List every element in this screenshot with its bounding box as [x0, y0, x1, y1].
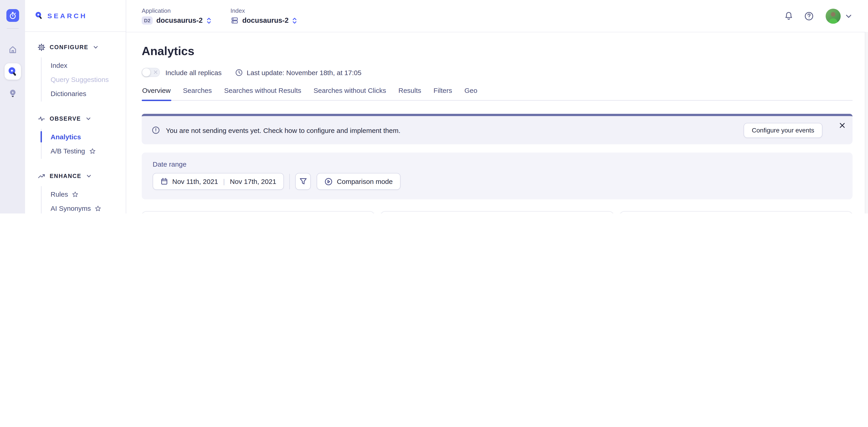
product-logo-text: SEARCH	[48, 12, 87, 20]
date-range-label: Date range	[153, 160, 842, 168]
last-update: Last update: November 18th, at 17:05	[235, 68, 362, 76]
section-header-configure[interactable]: CONFIGURE	[38, 44, 126, 51]
trending-up-icon	[38, 172, 45, 180]
last-update-text: Last update: November 18th, at 17:05	[247, 68, 362, 76]
tab-filters[interactable]: Filters	[433, 87, 453, 100]
lightbulb-icon	[8, 89, 17, 98]
tab-geo[interactable]: Geo	[464, 87, 478, 100]
gear-icon	[38, 44, 45, 51]
stepper-icon	[206, 17, 211, 24]
rail-search-button[interactable]	[4, 63, 21, 80]
application-value: docusaurus-2	[156, 17, 203, 25]
index-label: Index	[230, 7, 297, 14]
tab-overview[interactable]: Overview	[142, 87, 171, 100]
sidebar-item-rules[interactable]: Rules	[41, 187, 126, 201]
card-total-users: Total Users 1,148	[142, 211, 375, 214]
section-label: OBSERVE	[50, 116, 81, 122]
sidebar-item-query-suggestions[interactable]: Query Suggestions	[41, 72, 126, 87]
sidebar-item-analytics[interactable]: Analytics	[41, 130, 126, 144]
star-icon[interactable]	[95, 205, 101, 211]
date-separator: |	[223, 177, 225, 185]
index-selector[interactable]: Index docusaurus-2	[230, 7, 297, 25]
nav-items-observe: Analytics A/B Testing	[41, 129, 126, 159]
play-circle-icon	[324, 177, 333, 186]
icon-rail	[0, 0, 25, 214]
chevron-down-icon	[86, 173, 91, 179]
sidebar-nav: CONFIGURE Index Query Suggestions Dictio…	[25, 32, 126, 214]
date-range-picker[interactable]: Nov 11th, 2021 | Nov 17th, 2021	[153, 173, 284, 190]
sidebar-item-label: A/B Testing	[51, 147, 85, 155]
sidebar-item-label: AI Synonyms	[51, 204, 91, 212]
section-header-observe[interactable]: OBSERVE	[38, 115, 126, 123]
sidebar-item-index[interactable]: Index	[41, 58, 126, 72]
tab-results[interactable]: Results	[398, 87, 422, 100]
stepper-icon	[292, 17, 297, 24]
toggle-off-x-icon	[154, 70, 158, 74]
filter-button[interactable]	[296, 173, 311, 190]
calendar-icon	[160, 177, 168, 185]
section-label: ENHANCE	[50, 173, 81, 179]
nav-items-configure: Index Query Suggestions Dictionaries	[41, 57, 126, 101]
search-icon	[8, 67, 17, 76]
configure-events-button[interactable]: Configure your events	[744, 123, 823, 138]
main-area: Application D2 docusaurus-2 Index	[126, 0, 868, 214]
date-controls: Nov 11th, 2021 | Nov 17th, 2021	[153, 173, 842, 190]
sidebar-item-dictionaries[interactable]: Dictionaries	[41, 87, 126, 101]
close-icon[interactable]	[839, 122, 846, 129]
star-icon[interactable]	[72, 191, 79, 197]
banner-message: You are not sending events yet. Check ho…	[166, 126, 401, 134]
sidebar-item-ab-testing[interactable]: A/B Testing	[41, 144, 126, 158]
home-icon	[8, 45, 17, 54]
stopwatch-icon	[8, 11, 17, 20]
nav-section-enhance: ENHANCE Rules AI Synonyms AI R	[38, 172, 126, 214]
tab-searches-without-results[interactable]: Searches without Results	[224, 87, 302, 100]
rail-divider	[7, 28, 19, 29]
date-end: Nov 17th, 2021	[230, 177, 276, 185]
magnifier-icon	[35, 11, 43, 20]
app-switcher-button[interactable]	[6, 9, 19, 22]
page-title: Analytics	[142, 44, 852, 58]
tab-searches[interactable]: Searches	[183, 87, 212, 100]
nav-section-configure: CONFIGURE Index Query Suggestions Dictio…	[38, 44, 126, 101]
chevron-down-icon	[93, 44, 98, 50]
activity-icon	[38, 115, 45, 123]
page-meta-row: Include all replicas Last update: Novemb…	[142, 68, 852, 77]
sidebar-item-ai-synonyms[interactable]: AI Synonyms	[41, 201, 126, 214]
avatar[interactable]	[826, 8, 841, 24]
nav-section-observe: OBSERVE Analytics A/B Testing	[38, 115, 126, 159]
sidebar-item-label: Rules	[51, 190, 68, 198]
application-label: Application	[142, 7, 211, 14]
topbar: Application D2 docusaurus-2 Index	[126, 0, 868, 32]
include-replicas-toggle[interactable]	[142, 68, 160, 77]
chevron-down-icon[interactable]	[845, 12, 852, 20]
alert-circle-icon	[152, 126, 160, 134]
help-icon[interactable]	[804, 11, 814, 21]
sidebar-item-label: Analytics	[51, 133, 81, 141]
controls-divider	[289, 174, 290, 189]
scrollbar[interactable]	[865, 32, 868, 214]
rail-home-button[interactable]	[4, 41, 21, 58]
include-replicas-label: Include all replicas	[165, 68, 222, 76]
product-logo[interactable]: SEARCH	[25, 0, 126, 32]
date-range-panel: Date range Nov 11th, 2021 | Nov 17th, 20…	[142, 153, 852, 199]
clock-icon	[235, 68, 243, 76]
app-window: SEARCH CONFIGURE	[0, 0, 868, 214]
rail-recommend-button[interactable]	[4, 85, 21, 101]
sidebar-item-label: Query Suggestions	[51, 75, 109, 83]
topbar-actions	[784, 8, 852, 24]
sidebar: SEARCH CONFIGURE	[25, 0, 126, 214]
toggle-knob	[142, 68, 150, 76]
comparison-mode-button[interactable]: Comparison mode	[317, 173, 401, 190]
metric-cards-row: Total Users 1,148 Total Searches	[142, 211, 852, 214]
bell-icon[interactable]	[784, 11, 793, 21]
page-content: Analytics Include all replicas Last upda…	[126, 32, 868, 214]
index-value: docusaurus-2	[242, 17, 288, 25]
star-icon[interactable]	[89, 148, 95, 154]
events-banner: You are not sending events yet. Check ho…	[142, 114, 852, 144]
tab-searches-without-clicks[interactable]: Searches without Clicks	[313, 87, 386, 100]
funnel-icon	[299, 177, 307, 185]
sidebar-item-label: Index	[51, 61, 67, 69]
sidebar-item-label: Dictionaries	[51, 90, 86, 97]
application-selector[interactable]: Application D2 docusaurus-2	[142, 7, 211, 25]
section-header-enhance[interactable]: ENHANCE	[38, 172, 126, 180]
